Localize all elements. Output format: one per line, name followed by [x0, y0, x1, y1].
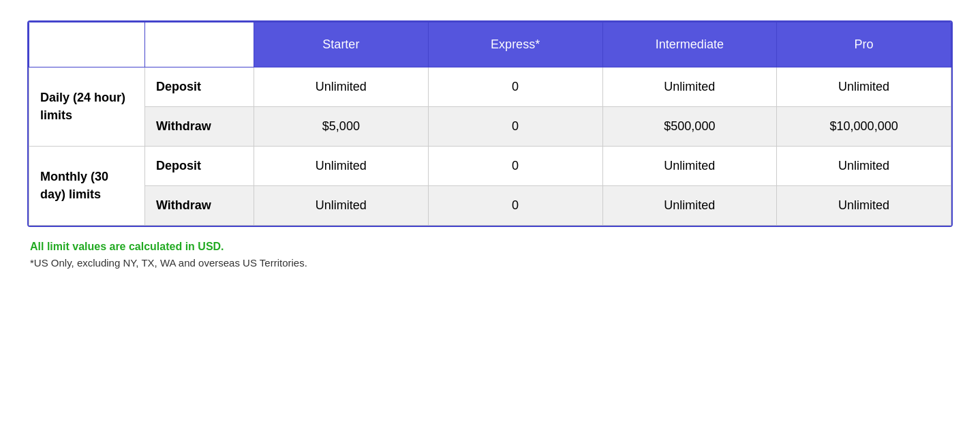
limits-table-wrapper: Starter Express* Intermediate Pro Daily …: [27, 20, 953, 227]
daily-deposit-starter: Unlimited: [254, 67, 429, 107]
monthly-withdraw-row: Withdraw Unlimited 0 Unlimited Unlimited: [29, 186, 951, 226]
monthly-withdraw-label: Withdraw: [145, 186, 254, 226]
monthly-deposit-express: 0: [428, 147, 602, 186]
daily-category: Daily (24 hour) limits: [29, 67, 145, 147]
monthly-deposit-intermediate: Unlimited: [602, 147, 777, 186]
header-express: Express*: [428, 22, 602, 67]
footer-usd-note: All limit values are calculated in USD.: [30, 241, 950, 253]
daily-withdraw-starter: $5,000: [254, 107, 429, 147]
monthly-deposit-row: Monthly (30 day) limits Deposit Unlimite…: [29, 147, 951, 186]
monthly-withdraw-intermediate: Unlimited: [602, 186, 777, 226]
daily-withdraw-label: Withdraw: [145, 107, 254, 147]
limits-table: Starter Express* Intermediate Pro Daily …: [29, 22, 951, 226]
daily-deposit-label: Deposit: [145, 67, 254, 107]
daily-deposit-row: Daily (24 hour) limits Deposit Unlimited…: [29, 67, 951, 107]
header-intermediate: Intermediate: [602, 22, 777, 67]
page-container: Starter Express* Intermediate Pro Daily …: [27, 20, 953, 269]
header-category: [29, 22, 145, 67]
monthly-deposit-label: Deposit: [145, 147, 254, 186]
header-pro: Pro: [777, 22, 951, 67]
monthly-withdraw-starter: Unlimited: [254, 186, 429, 226]
monthly-withdraw-express: 0: [428, 186, 602, 226]
header-row: Starter Express* Intermediate Pro: [29, 22, 951, 67]
monthly-category: Monthly (30 day) limits: [29, 147, 145, 226]
footer-express-note: *US Only, excluding NY, TX, WA and overs…: [30, 257, 950, 269]
daily-withdraw-intermediate: $500,000: [602, 107, 777, 147]
daily-deposit-express: 0: [428, 67, 602, 107]
header-subtype: [145, 22, 254, 67]
daily-deposit-pro: Unlimited: [777, 67, 951, 107]
monthly-withdraw-pro: Unlimited: [777, 186, 951, 226]
monthly-deposit-pro: Unlimited: [777, 147, 951, 186]
daily-withdraw-row: Withdraw $5,000 0 $500,000 $10,000,000: [29, 107, 951, 147]
footer: All limit values are calculated in USD. …: [27, 241, 953, 269]
header-starter: Starter: [254, 22, 429, 67]
daily-withdraw-express: 0: [428, 107, 602, 147]
daily-withdraw-pro: $10,000,000: [777, 107, 951, 147]
daily-deposit-intermediate: Unlimited: [602, 67, 777, 107]
monthly-deposit-starter: Unlimited: [254, 147, 429, 186]
